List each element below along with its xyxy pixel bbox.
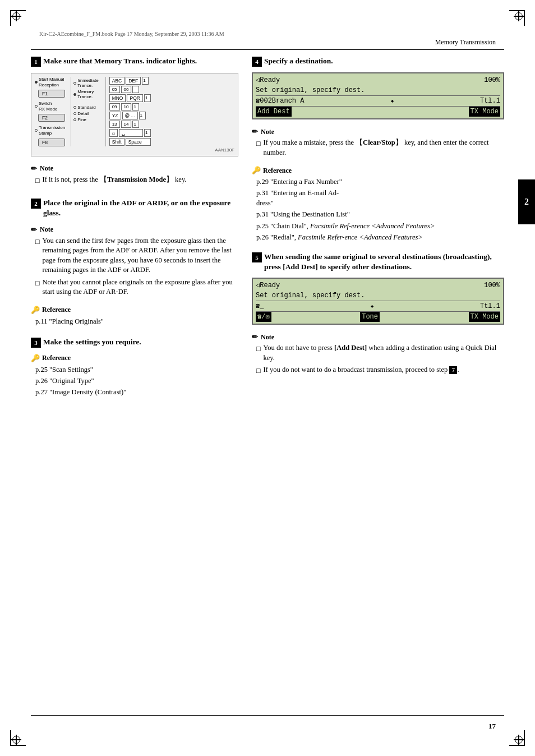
note-icon: ✏ (31, 164, 37, 173)
step4-reference: 🔑 Reference p.29 "Entering a Fax Number"… (252, 166, 504, 243)
step2-title: Place the original in the ADF or ARDF, o… (43, 198, 238, 218)
step5-note: ✏ Note □ You do not have to press [Add D… (252, 333, 504, 379)
step4-note-header: ✏ Note (252, 127, 504, 136)
reg-mark-tl (11, 11, 21, 21)
step4-header: 4 Specify a destination. (252, 56, 504, 67)
sidebar-tab: 2 (518, 179, 535, 224)
radio-switch-rx (35, 105, 38, 108)
step5-note-item2: □ If you do not want to do a broadcast t… (252, 365, 504, 376)
lcd-screen-2: ◁Ready 100% Set original, specify dest. … (252, 278, 504, 325)
header-rule (31, 49, 504, 50)
step3-header: 3 Make the settings you require. (31, 337, 238, 348)
step4-ref-item5: p.26 "Redial", Facsimile Refer-ence <Adv… (252, 232, 504, 242)
step4-ref-item1: p.29 "Entering a Fax Number" (252, 177, 504, 187)
lcd2-instruction: Set original, specify dest. (256, 291, 365, 301)
step2-note-item2: □ Note that you cannot place originals o… (31, 278, 238, 297)
fax-machine-diagram: Start ManualReception F1 SwitchRX Mode F… (31, 73, 238, 156)
lcd2-phone-email: ☎/✉ (256, 312, 271, 322)
reg-mark-br (514, 735, 524, 745)
lcd1-row4: Add Dest TX Mode (256, 106, 500, 117)
step3-ref-item2: p.26 "Original Type" (31, 376, 238, 386)
lcd1-tx-mode: TX Mode (469, 107, 500, 117)
step1-note-item1: □ If it is not, press the 【Transmission … (31, 175, 238, 186)
lcd2-row3: ☎_ ⬥ Ttl.1 (256, 301, 500, 311)
step3-ref-label: Reference (42, 354, 71, 362)
lcd1-branch: ☎002Branch A (256, 96, 304, 106)
step3-ref-header: 🔑 Reference (31, 354, 238, 363)
step5-header: 5 When sending the same original to seve… (252, 252, 504, 272)
step2-header: 2 Place the original in the ADF or ARDF,… (31, 198, 238, 218)
left-column: 1 Make sure that Memory Trans. indicator… (31, 56, 238, 711)
fkey-f2: F2 (38, 114, 65, 122)
step5-number: 5 (252, 252, 262, 262)
step2-note-label: Note (40, 225, 53, 234)
step4-ref-item3: p.31 "Using the Destination List" (252, 209, 504, 219)
fkey-f1: F1 (38, 90, 65, 98)
step3-reference: 🔑 Reference p.25 "Scan Settings" p.26 "O… (31, 354, 238, 398)
lcd2-row2: Set original, specify dest. (256, 291, 500, 301)
step5-note-header: ✏ Note (252, 333, 504, 342)
right-column: 4 Specify a destination. ◁Ready 100% Set… (252, 56, 504, 711)
lcd2-row4: ☎/✉ Tone TX Mode (256, 311, 500, 322)
step5-title: When sending the same original to severa… (264, 252, 504, 272)
step4-ref-header: 🔑 Reference (252, 166, 504, 175)
footer-rule (31, 715, 504, 716)
header-text: Memory Transmission (435, 38, 496, 47)
step1-note-label: Note (40, 164, 53, 173)
lcd2-tx-mode: TX Mode (469, 312, 500, 322)
lcd2-row1: ◁Ready 100% (256, 280, 500, 291)
step1-number: 1 (31, 57, 41, 67)
lcd2-tone: Tone (360, 312, 380, 322)
lcd1-row1: ◁Ready 100% (256, 75, 500, 85)
step4-note-label: Note (261, 128, 274, 136)
step2-ref-header: 🔑 Reference (31, 306, 238, 315)
step2-note: ✏ Note □ You can send the first few page… (31, 225, 238, 299)
step5-note-item1: □ You do not have to press [Add Dest] wh… (252, 343, 504, 363)
lcd1-ready: ◁Ready (256, 75, 280, 85)
step3-ref-item1: p.25 "Scan Settings" (31, 365, 238, 375)
step5-note-label: Note (261, 333, 274, 342)
sidebar-tab-label: 2 (524, 197, 529, 207)
step2-ref-item1: p.11 "Placing Originals" (31, 316, 238, 326)
lcd1-percent: 100% (484, 75, 500, 85)
lcd2-ttl: Ttl.1 (480, 301, 500, 311)
step1-header: 1 Make sure that Memory Trans. indicator… (31, 56, 238, 67)
step4-title: Specify a destination. (264, 56, 333, 66)
reg-mark-bl (11, 735, 21, 745)
step2-note-header: ✏ Note (31, 225, 238, 234)
lcd1-instruction: Set original, specify dest. (256, 85, 365, 95)
fkey-f8: F8 (38, 139, 65, 146)
lcd2-percent: 100% (484, 280, 500, 291)
diagram-caption: AAN130F (35, 147, 234, 153)
page-number: 17 (488, 722, 496, 731)
lcd2-phone: ☎_ (256, 301, 264, 311)
step3-ref-item3: p.27 "Image Density (Contrast)" (31, 387, 238, 397)
radio-tx-stamp (35, 129, 38, 132)
lcd2-arrow: ⬥ (370, 301, 374, 311)
step2-reference: 🔑 Reference p.11 "Placing Originals" (31, 306, 238, 328)
step2-number: 2 (31, 199, 41, 209)
step2-ref-label: Reference (42, 306, 71, 314)
step4-note: ✏ Note □ If you make a mistake, press th… (252, 127, 504, 160)
step1-title: Make sure that Memory Trans. indicator l… (43, 56, 197, 66)
step4-ref-label: Reference (263, 167, 292, 175)
step1-note-header: ✏ Note (31, 164, 238, 173)
step4-note-item1: □ If you make a mistake, press the 【Clea… (252, 138, 504, 158)
lcd2-ready: ◁Ready (256, 280, 280, 291)
step3-title: Make the settings you require. (43, 337, 141, 347)
lcd1-row3: ☎002Branch A ⬥ Ttl.1 (256, 95, 500, 106)
step4-ref-item2: p.31 "Entering an E-mail Ad-dress" (252, 188, 504, 208)
lcd-screen-1: ◁Ready 100% Set original, specify dest. … (252, 72, 504, 119)
step3-number: 3 (31, 338, 41, 348)
lcd1-row2: Set original, specify dest. (256, 85, 500, 95)
step2-note-item1: □ You can send the first few pages from … (31, 236, 238, 275)
file-info: Kir-C2-AEcombine_F_FM.book Page 17 Monda… (39, 31, 224, 37)
step1-note: ✏ Note □ If it is not, press the 【Transm… (31, 164, 238, 188)
lcd1-arrow: ⬥ (390, 96, 394, 106)
step4-number: 4 (252, 57, 262, 67)
lcd1-ttl: Ttl.1 (480, 96, 500, 106)
reg-mark-tr (514, 11, 524, 21)
lcd1-add-dest: Add Dest (256, 107, 292, 117)
radio-start-manual (35, 81, 38, 84)
main-content: 1 Make sure that Memory Trans. indicator… (31, 56, 504, 711)
